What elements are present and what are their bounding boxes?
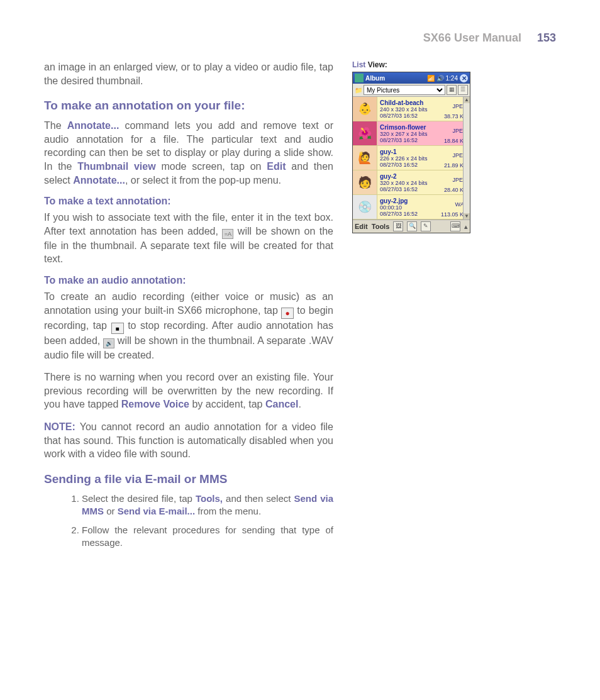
step-2: Follow the relevant procedures for sendi… bbox=[82, 524, 333, 550]
list-item[interactable]: 🌺Crimson-flower320 x 267 x 24 bits08/27/… bbox=[353, 121, 470, 146]
cmd-annotate-2: Annotate... bbox=[73, 175, 125, 186]
device-toolbar: 📁 My Pictures ▦ ☰ bbox=[353, 84, 470, 97]
volume-icon[interactable]: 🔊 bbox=[436, 75, 444, 82]
manual-title: SX66 User Manual bbox=[423, 31, 521, 44]
scroll-down-icon[interactable]: ▼ bbox=[464, 213, 470, 219]
file-name: guy-2.jpg bbox=[380, 197, 467, 204]
keyboard-icon[interactable]: ⌨ bbox=[450, 221, 460, 231]
text-annot-paragraph: If you wish to associate text with the f… bbox=[44, 211, 333, 266]
section-heading-send: Sending a file via E-mail or MMS bbox=[44, 472, 333, 486]
subheading-audio-annot: To make an audio annotation: bbox=[44, 275, 333, 286]
speaker-icon: 🔊 bbox=[103, 338, 114, 348]
section-heading-annotate: To make an annotation on your file: bbox=[44, 99, 333, 113]
cmd-tools: Tools, bbox=[196, 493, 223, 504]
scrollbar[interactable]: ▲ ▼ bbox=[463, 97, 470, 219]
audio-annot-note: NOTE: You cannot record an audio annotat… bbox=[44, 420, 333, 461]
list-item[interactable]: 🙋guy-1226 x 226 x 24 bits08/27/03 16:52J… bbox=[353, 146, 470, 170]
tool-icon-2[interactable]: 🔍 bbox=[407, 221, 417, 231]
thumbnail-icon: 🙋 bbox=[353, 146, 377, 170]
close-icon[interactable]: ✕ bbox=[460, 74, 468, 82]
subheading-text-annot: To make a text annotation: bbox=[44, 196, 333, 207]
cmd-send-email: Send via E-mail... bbox=[118, 506, 195, 516]
menu-tools[interactable]: Tools bbox=[372, 223, 390, 230]
scroll-up-icon[interactable]: ▲ bbox=[464, 97, 470, 103]
device-titlebar: Album 📶 🔊 1:24 ✕ bbox=[353, 72, 470, 84]
send-steps: Select the desired file, tap Tools, and … bbox=[44, 492, 333, 550]
note-label: NOTE: bbox=[44, 421, 75, 432]
menu-edit[interactable]: Edit bbox=[355, 223, 368, 230]
start-icon[interactable] bbox=[355, 74, 364, 82]
intro-paragraph: an image in an enlarged view, or to play… bbox=[44, 60, 333, 87]
screenshot-caption: List View: bbox=[352, 60, 556, 69]
cmd-remove-voice: Remove Voice bbox=[121, 399, 189, 409]
cmd-annotate: Annotate... bbox=[67, 120, 119, 131]
list-item[interactable]: 👶Child-at-beach240 x 320 x 24 bits08/27/… bbox=[353, 97, 470, 121]
list-item[interactable]: 💿guy-2.jpg00:00:1008/27/03 16:52WAV113.0… bbox=[353, 195, 470, 219]
clock: 1:24 bbox=[446, 75, 458, 82]
folder-icon: 📁 bbox=[355, 87, 362, 94]
file-dimensions: 00:00:10 bbox=[380, 204, 467, 211]
thumbnail-icon: 💿 bbox=[353, 195, 377, 219]
cmd-cancel: Cancel bbox=[265, 399, 298, 409]
audio-annot-paragraph-1: To create an audio recording (either voi… bbox=[44, 290, 333, 362]
up-arrow-icon[interactable]: ▴ bbox=[464, 223, 468, 231]
app-title: Album bbox=[365, 75, 385, 82]
tool-icon-3[interactable]: ✎ bbox=[421, 221, 431, 231]
tool-icon-1[interactable]: 🖼 bbox=[393, 221, 403, 231]
thumbnail-icon: 🌺 bbox=[353, 121, 377, 145]
text-annotation-icon: =A bbox=[222, 229, 233, 239]
thumbnail-view-icon[interactable]: ▦ bbox=[447, 85, 457, 95]
annotate-paragraph: The Annotate... command lets you add and… bbox=[44, 119, 333, 187]
page-number: 153 bbox=[537, 31, 556, 44]
step-1: Select the desired file, tap Tools, and … bbox=[82, 492, 333, 518]
stop-icon bbox=[111, 323, 124, 334]
device-bottom-bar: Edit Tools 🖼 🔍 ✎ ⌨ ▴ bbox=[353, 219, 470, 233]
device-screenshot: Album 📶 🔊 1:24 ✕ 📁 My Pictures ▦ ☰ bbox=[352, 72, 470, 233]
cmd-edit: Edit bbox=[267, 161, 286, 172]
folder-dropdown[interactable]: My Pictures bbox=[364, 85, 445, 95]
list-item[interactable]: 🧑guy-2320 x 240 x 24 bits08/27/03 16:52J… bbox=[353, 170, 470, 195]
page-header: SX66 User Manual 153 bbox=[44, 31, 556, 45]
record-icon bbox=[281, 308, 294, 319]
thumbnail-icon: 👶 bbox=[353, 97, 377, 121]
signal-icon: 📶 bbox=[427, 75, 435, 82]
cmd-thumbnail-view: Thumbnail view bbox=[77, 161, 155, 172]
list-view-icon[interactable]: ☰ bbox=[458, 85, 468, 95]
audio-annot-paragraph-2: There is no warning when you record over… bbox=[44, 370, 333, 411]
thumbnail-icon: 🧑 bbox=[353, 170, 377, 194]
file-list: 👶Child-at-beach240 x 320 x 24 bits08/27/… bbox=[353, 97, 470, 219]
